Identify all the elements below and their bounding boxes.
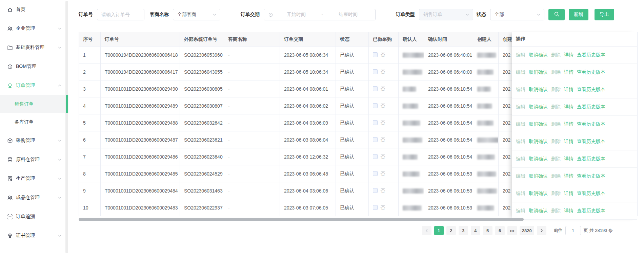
next-page-button[interactable]	[537, 226, 546, 235]
sidebar-subitem-sales-orders[interactable]: 销售订单	[0, 95, 68, 113]
sidebar-item-order-trace[interactable]: 订单追溯	[0, 207, 68, 226]
op-link-详情[interactable]: 详情	[564, 173, 573, 179]
sidebar-item-finished-warehouse[interactable]: 成品仓管理	[0, 188, 68, 207]
op-link-详情[interactable]: 详情	[564, 139, 573, 145]
page-button-5[interactable]: 5	[483, 226, 492, 235]
op-link-查看历史版本[interactable]: 查看历史版本	[577, 69, 605, 75]
horizontal-scrollbar-thumb[interactable]	[79, 218, 524, 221]
op-link-取消确认[interactable]: 取消确认	[529, 121, 548, 127]
op-link-详情[interactable]: 详情	[564, 208, 573, 214]
cell-ext-order-no: SO202306022937	[180, 199, 224, 216]
sidebar-item-certificate[interactable]: 证书管理	[0, 226, 68, 245]
purchased-checkbox	[373, 120, 378, 125]
op-link-查看历史版本[interactable]: 查看历史版本	[577, 121, 605, 127]
operations-row: 编辑取消确认删除详情查看历史版本	[512, 185, 637, 202]
chevron-down-icon	[537, 13, 541, 17]
page-button-2820[interactable]: 2820	[520, 226, 534, 235]
customer-select[interactable]: 全部客商	[173, 9, 220, 20]
sidebar-item-enterprise[interactable]: 企业管理	[0, 19, 68, 38]
op-link-取消确认[interactable]: 取消确认	[529, 87, 548, 93]
more-pages-button[interactable]: •••	[507, 226, 517, 235]
cell-confirmer	[399, 131, 424, 148]
op-link-查看历史版本[interactable]: 查看历史版本	[577, 156, 605, 162]
sidebar-item-label: BOM管理	[16, 64, 62, 70]
purchased-checkbox	[373, 137, 378, 142]
cell-order-no: T00001001DD2023060600029483	[101, 199, 180, 216]
cell-ext-order-no: SO202306023640	[180, 148, 224, 165]
cell-delivery-time: 2023-06-04 08:06:01	[280, 80, 336, 97]
cell-order-no: T00001001DD2023060600029487	[101, 131, 180, 148]
op-link-查看历史版本[interactable]: 查看历史版本	[577, 104, 605, 110]
page-suffix-label: 页	[584, 228, 588, 234]
redacted-creator	[477, 87, 491, 92]
redacted-confirmer	[403, 155, 418, 160]
add-button[interactable]: 新增	[569, 9, 588, 20]
purchased-checkbox	[373, 154, 378, 159]
op-link-详情[interactable]: 详情	[564, 121, 573, 127]
op-link-disabled-编辑: 编辑	[516, 104, 525, 110]
start-time-placeholder[interactable]: 开始时间	[273, 12, 319, 18]
op-link-详情[interactable]: 详情	[564, 104, 573, 110]
op-link-详情[interactable]: 详情	[564, 52, 573, 58]
page-button-1[interactable]: 1	[434, 226, 444, 235]
search-button[interactable]	[548, 9, 565, 20]
sidebar-item-label: 订单管理	[16, 83, 58, 89]
operations-row: 编辑取消确认删除详情查看历史版本	[512, 81, 637, 98]
sidebar-item-label: 首页	[16, 6, 62, 13]
end-time-placeholder[interactable]: 结束时间	[325, 12, 371, 18]
chevron-down-icon	[58, 46, 62, 50]
cell-confirm-time: 2023-06-06 06:40:00	[424, 64, 473, 80]
page-button-3[interactable]: 3	[459, 226, 468, 235]
sidebar-item-basic-data[interactable]: 基础资料管理	[0, 38, 68, 57]
op-link-取消确认[interactable]: 取消确认	[529, 52, 548, 58]
cell-purchased: 否	[369, 182, 399, 199]
sidebar-subitem-label: 备库订单	[15, 119, 34, 125]
sidebar-item-production[interactable]: 生产管理	[0, 169, 68, 188]
op-link-取消确认[interactable]: 取消确认	[529, 69, 548, 75]
op-link-取消确认[interactable]: 取消确认	[529, 104, 548, 110]
op-link-查看历史版本[interactable]: 查看历史版本	[577, 87, 605, 93]
op-link-取消确认[interactable]: 取消确认	[529, 208, 548, 214]
op-link-disabled-编辑: 编辑	[516, 121, 525, 127]
op-link-详情[interactable]: 详情	[564, 190, 573, 197]
cell-index: 10	[79, 199, 101, 216]
redacted-creator	[477, 188, 497, 194]
cell-ext-order-no: SO202306024529	[180, 165, 224, 182]
cell-customer: -	[224, 114, 280, 131]
op-link-取消确认[interactable]: 取消确认	[529, 190, 548, 197]
op-link-查看历史版本[interactable]: 查看历史版本	[577, 173, 605, 179]
sidebar-item-order-mgmt[interactable]: 订单管理	[0, 76, 68, 95]
page-button-6[interactable]: 6	[495, 226, 505, 235]
op-link-取消确认[interactable]: 取消确认	[529, 173, 548, 179]
goto-page-input[interactable]	[565, 226, 581, 235]
sidebar-item-bom[interactable]: BOM管理	[0, 57, 68, 76]
op-link-详情[interactable]: 详情	[564, 87, 573, 93]
order-no-input[interactable]	[97, 9, 144, 20]
order-type-label: 订单类型	[396, 12, 415, 18]
sidebar-scrollbar[interactable]	[65, 1, 68, 253]
sidebar-subitem-stock-orders[interactable]: 备库订单	[0, 113, 68, 131]
op-link-查看历史版本[interactable]: 查看历史版本	[577, 208, 605, 214]
op-link-取消确认[interactable]: 取消确认	[529, 139, 548, 145]
cell-status: 已确认	[336, 165, 369, 182]
op-link-查看历史版本[interactable]: 查看历史版本	[577, 190, 605, 197]
delivery-daterange-picker[interactable]: 开始时间 - 结束时间	[264, 9, 376, 20]
status-select[interactable]: 全部	[490, 9, 544, 20]
op-link-查看历史版本[interactable]: 查看历史版本	[577, 52, 605, 58]
redacted-creator	[477, 70, 494, 75]
sidebar-item-purchase[interactable]: 采购管理	[0, 131, 68, 150]
page-button-4[interactable]: 4	[471, 226, 480, 235]
sidebar-item-home[interactable]: 首页	[0, 0, 68, 19]
cell-index: 5	[79, 114, 101, 131]
cell-purchased: 否	[369, 165, 399, 182]
op-link-详情[interactable]: 详情	[564, 69, 573, 75]
op-link-查看历史版本[interactable]: 查看历史版本	[577, 139, 605, 145]
op-link-disabled-编辑: 编辑	[516, 69, 525, 75]
op-link-取消确认[interactable]: 取消确认	[529, 156, 548, 162]
op-link-详情[interactable]: 详情	[564, 156, 573, 162]
cell-confirm-time: 2023-06-06 06:10:54	[424, 148, 473, 165]
export-button[interactable]: 导出	[595, 9, 614, 20]
page-button-2[interactable]: 2	[446, 226, 456, 235]
sidebar-item-raw-warehouse[interactable]: 原料仓管理	[0, 150, 68, 169]
column-header-9: 创建人	[473, 32, 499, 47]
